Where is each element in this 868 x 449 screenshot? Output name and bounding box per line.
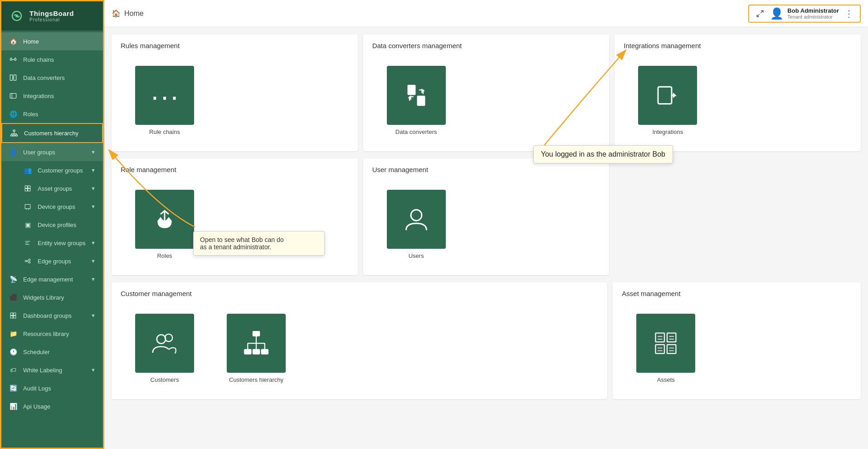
svg-line-36 xyxy=(27,262,29,262)
user-groups-icon: 👤 xyxy=(9,148,18,157)
top-row: Rules management <...> Rule chains Data … xyxy=(112,35,861,151)
sidebar-item-label: Device groups xyxy=(38,203,91,210)
edge-groups-icon xyxy=(23,257,32,266)
home-icon: 🏠 xyxy=(9,37,18,46)
sidebar-item-data-converters[interactable]: Data converters xyxy=(1,69,103,87)
data-converters-management-cards: Data converters xyxy=(363,53,610,151)
svg-line-35 xyxy=(27,260,29,261)
topbar-user[interactable]: 👤 Bob Administrator Tenant administrator xyxy=(770,7,839,20)
sidebar-item-scheduler[interactable]: 🕐 Scheduler xyxy=(1,343,103,361)
sidebar-item-user-groups[interactable]: 👤 User groups ▼ ← xyxy=(1,143,103,161)
sidebar-item-integrations[interactable]: Integrations xyxy=(1,87,103,105)
sidebar-item-label: Integrations xyxy=(23,93,96,99)
users-svg xyxy=(403,206,430,233)
sidebar-item-audit-logs[interactable]: 🔄 Audit Logs xyxy=(1,379,103,397)
sidebar-item-label: Customer groups xyxy=(38,167,91,174)
rule-chains-label: Rule chains xyxy=(149,128,180,135)
fullscreen-button[interactable] xyxy=(754,7,766,20)
sidebar-item-roles[interactable]: 🌐 Roles xyxy=(1,105,103,123)
data-converters-card[interactable]: Data converters xyxy=(373,59,459,141)
chevron-down-icon: ▼ xyxy=(91,367,96,373)
sidebar-item-dashboard-groups[interactable]: Dashboard groups ▼ xyxy=(1,306,103,325)
sidebar-item-widgets-library[interactable]: ⬛ Widgets Library xyxy=(1,288,103,306)
customers-svg xyxy=(151,330,178,357)
sidebar-item-label: White Labeling xyxy=(23,367,91,374)
sidebar-item-customer-groups[interactable]: 👥 Customer groups ▼ xyxy=(1,161,103,179)
sidebar-item-label: Home xyxy=(23,38,96,45)
svg-rect-39 xyxy=(10,316,13,318)
sidebar-item-label: Customers hierarchy xyxy=(24,130,95,137)
svg-line-41 xyxy=(761,10,763,13)
data-converters-management-section: Data converters management xyxy=(363,35,610,151)
svg-line-42 xyxy=(757,14,760,16)
svg-point-2 xyxy=(15,15,18,17)
customers-card[interactable]: Customers xyxy=(122,307,208,389)
roles-label: Roles xyxy=(157,252,172,259)
svg-rect-13 xyxy=(13,130,15,131)
sidebar-item-resources-library[interactable]: 📁 Resources library xyxy=(1,325,103,343)
svg-rect-52 xyxy=(253,349,260,354)
logo-sub: Professional xyxy=(29,17,74,22)
integrations-card[interactable]: Integrations xyxy=(624,59,711,141)
sidebar-item-edge-management[interactable]: 📡 Edge management ▼ xyxy=(1,270,103,288)
sidebar-logo: ThingsBoard Professional xyxy=(1,1,103,30)
rule-chains-svg: <...> xyxy=(151,82,178,109)
svg-point-49 xyxy=(165,334,173,341)
sidebar-item-customers-hierarchy[interactable]: Customers hierarchy xyxy=(1,123,103,143)
roles-svg xyxy=(151,206,178,233)
sidebar-item-label: Scheduler xyxy=(23,349,96,355)
device-profiles-icon: ▣ xyxy=(23,220,32,229)
sidebar-item-device-groups[interactable]: Device groups ▼ xyxy=(1,197,103,216)
svg-rect-53 xyxy=(261,349,268,354)
sidebar-item-label: Entity view groups xyxy=(38,240,91,247)
integrations-svg xyxy=(654,82,681,109)
svg-point-4 xyxy=(15,59,16,60)
sidebar-item-home[interactable]: 🏠 Home xyxy=(1,32,103,50)
sidebar-item-white-labeling[interactable]: 🏷 White Labeling ▼ xyxy=(1,361,103,379)
svg-rect-46 xyxy=(658,87,672,104)
user-name: Bob Administrator xyxy=(787,7,839,14)
svg-rect-23 xyxy=(28,186,30,188)
users-card[interactable]: Users xyxy=(373,183,459,265)
sidebar-item-api-usage[interactable]: 📊 Api Usage xyxy=(1,397,103,415)
svg-rect-51 xyxy=(244,349,251,354)
svg-rect-50 xyxy=(253,331,260,336)
open-tooltip-text: Open to see what Bob can doas a tenant a… xyxy=(200,236,283,251)
svg-point-47 xyxy=(411,210,422,221)
sidebar-item-label: Dashboard groups xyxy=(23,312,91,319)
resources-library-icon: 📁 xyxy=(9,329,18,338)
sidebar-item-rule-chains[interactable]: Rule chains xyxy=(1,50,103,69)
sidebar-item-edge-groups[interactable]: Edge groups ▼ xyxy=(1,252,103,270)
asset-management-title: Asset management xyxy=(613,282,861,301)
topbar: 🏠 Home 👤 Bob Administrator Tenant admini… xyxy=(104,0,868,27)
content-area: Rules management <...> Rule chains Data … xyxy=(104,27,868,449)
topbar-home: 🏠 Home xyxy=(112,9,144,18)
rules-management-title: Rules management xyxy=(112,35,358,53)
chevron-down-icon: ▼ xyxy=(91,240,96,246)
more-menu-button[interactable]: ⋮ xyxy=(843,8,855,19)
edge-management-icon: 📡 xyxy=(9,275,18,284)
home-icon: 🏠 xyxy=(112,9,121,18)
customer-management-section: Customer management Customers xyxy=(112,282,607,399)
svg-rect-62 xyxy=(667,345,676,354)
scheduler-icon: 🕐 xyxy=(9,347,18,356)
customer-management-title: Customer management xyxy=(112,282,607,301)
svg-rect-16 xyxy=(15,135,17,136)
sidebar-item-label: Api Usage xyxy=(23,403,96,410)
sidebar-item-device-profiles[interactable]: ▣ Device profiles xyxy=(1,216,103,234)
sidebar-item-entity-view-groups[interactable]: Entity view groups ▼ xyxy=(1,234,103,252)
role-management-cards: Roles xyxy=(112,177,358,275)
assets-card[interactable]: Assets xyxy=(623,307,709,389)
sidebar-item-asset-groups[interactable]: Asset groups ▼ xyxy=(1,179,103,197)
sidebar-nav: 🏠 Home Rule chains Data converters Integ… xyxy=(1,30,103,448)
rule-chains-card[interactable]: <...> Rule chains xyxy=(122,59,208,141)
svg-rect-37 xyxy=(10,313,13,315)
customers-hierarchy-svg xyxy=(243,330,270,357)
customers-icon-box xyxy=(135,314,194,373)
admin-tooltip: You logged in as the administrator Bob xyxy=(533,145,673,163)
customers-hierarchy-card[interactable]: Customers hierarchy xyxy=(213,307,299,389)
svg-rect-25 xyxy=(28,189,30,191)
roles-icon: 🌐 xyxy=(9,109,18,118)
svg-rect-60 xyxy=(667,333,676,342)
customer-management-cards: Customers xyxy=(112,301,607,399)
